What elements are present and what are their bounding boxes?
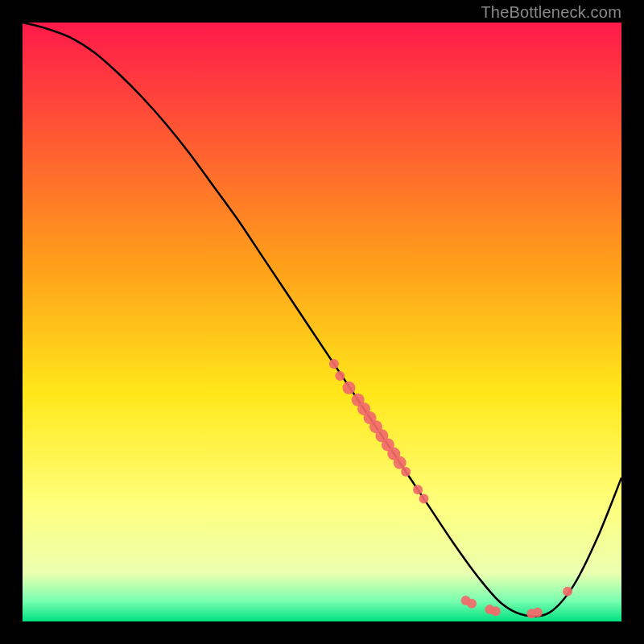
highlight-dot — [335, 371, 345, 381]
watermark-text: TheBottleneck.com — [481, 3, 621, 22]
highlight-dot — [491, 606, 501, 616]
highlight-dot — [413, 485, 423, 494]
chart-frame: TheBottleneck.com — [0, 0, 644, 644]
highlight-dot — [419, 493, 428, 503]
highlight-dot — [467, 599, 477, 609]
highlight-dot — [329, 359, 339, 369]
gradient-background — [23, 23, 621, 621]
plot-area — [23, 23, 621, 621]
highlight-dot — [533, 608, 543, 617]
highlight-dot — [342, 382, 355, 394]
highlight-dot — [563, 587, 572, 597]
highlight-dot — [401, 467, 411, 477]
chart-svg — [23, 23, 621, 621]
